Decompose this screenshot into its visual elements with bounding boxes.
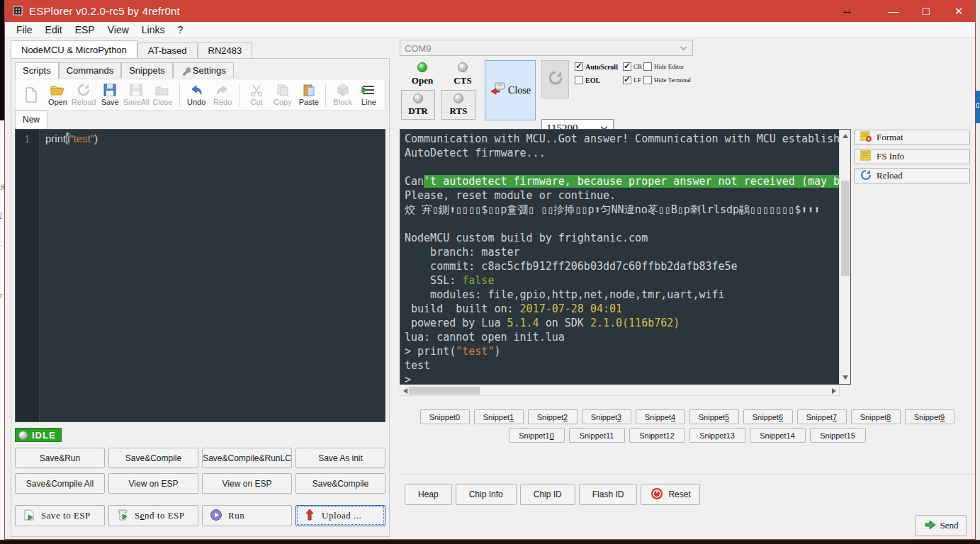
upload-button[interactable]: Upload ... — [295, 505, 385, 526]
cts-indicator: CTS — [446, 62, 480, 86]
chip-id-button[interactable]: Chip ID — [520, 484, 575, 505]
copy-icon — [276, 83, 290, 97]
run-button[interactable]: Run — [202, 505, 292, 526]
esp-actions-row: Save to ESP Send to ESP Run Upload ... — [15, 505, 385, 526]
menu-item[interactable]: ? — [171, 24, 189, 35]
send-to-esp-button[interactable]: Send to ESP — [108, 505, 198, 526]
open-button[interactable]: Open — [45, 83, 71, 106]
reload-button[interactable]: Reload — [71, 83, 97, 106]
reset-button[interactable]: Reset — [641, 484, 699, 505]
tab-file-new[interactable]: New — [15, 110, 47, 129]
rts-button[interactable]: RTS — [441, 90, 475, 120]
autoscroll-checkbox[interactable]: AutoScroll — [575, 62, 618, 71]
flash-id-button[interactable]: Flash ID — [579, 484, 638, 505]
format-button[interactable]: Format — [854, 130, 970, 145]
fs-info-button[interactable]: FS Info — [854, 149, 970, 164]
script-action-button[interactable]: Save&Compile All — [15, 473, 105, 494]
cr-checkbox[interactable]: CR — [623, 62, 642, 71]
scroll-down-icon[interactable] — [843, 375, 848, 380]
scrollbar-thumb[interactable] — [409, 387, 480, 395]
tab-commands[interactable]: Commands — [59, 62, 121, 78]
menu-item[interactable]: Links — [135, 24, 171, 35]
script-action-button[interactable]: Save&Compile — [295, 473, 385, 494]
send-button[interactable]: Send — [915, 515, 967, 536]
reload-fs-button[interactable]: Reload — [854, 168, 970, 183]
serial-terminal[interactable]: Communication with MCU..Got answer! Comm… — [400, 129, 851, 385]
snippet-button[interactable]: Snippet10 — [509, 428, 565, 443]
minimize-button[interactable]: — — [877, 0, 910, 22]
save-button[interactable]: Save — [97, 83, 123, 106]
eol-checkbox[interactable]: EOL — [575, 76, 600, 84]
chip-info-button[interactable]: Chip Info — [456, 484, 517, 505]
cut-button[interactable]: Cut — [243, 83, 269, 106]
snippet-button[interactable]: Snippet2 — [528, 409, 578, 424]
serial-port-select[interactable]: COM9 — [400, 40, 693, 56]
menu-item[interactable]: ESP — [69, 24, 101, 35]
tab-snippets[interactable]: Snippets — [121, 62, 173, 78]
heap-button[interactable]: Heap — [405, 484, 452, 505]
code-editor[interactable]: 1 print("test") — [15, 129, 385, 422]
refresh-ports-button[interactable] — [541, 60, 569, 98]
close-file-button[interactable]: Close — [150, 83, 176, 106]
redo-button[interactable]: Redo — [210, 83, 236, 106]
menu-item[interactable]: View — [101, 24, 135, 35]
snippet-button[interactable]: Snippet0 — [420, 409, 470, 424]
tab-nodemcu-micropython[interactable]: NodeMCU & MicroPython — [11, 40, 137, 58]
snippet-button[interactable]: Snippet5 — [689, 409, 739, 424]
tab-settings[interactable]: Settings — [173, 62, 234, 78]
snippet-button[interactable]: Snippet15 — [810, 428, 866, 443]
paste-button[interactable]: Paste — [295, 83, 322, 106]
block-comment-button[interactable]: Block — [330, 83, 356, 106]
close-button[interactable]: ✕ — [942, 0, 975, 22]
scrollbar-thumb[interactable] — [841, 181, 850, 276]
snippet-button[interactable]: Snippet11 — [569, 428, 625, 443]
line-comment-button[interactable]: Line — [356, 83, 382, 106]
snippet-button[interactable]: Snippet4 — [636, 409, 685, 424]
copy-button[interactable]: Copy — [269, 83, 295, 106]
hide-terminal-checkbox[interactable]: Hide Terminal — [643, 76, 691, 84]
chip-commands-row: Heap Chip Info Chip ID Flash ID Reset — [405, 484, 700, 505]
terminal-horizontal-scrollbar[interactable] — [400, 385, 840, 396]
hide-editor-checkbox[interactable]: Hide Editor — [643, 62, 684, 71]
tab-rn2483[interactable]: RN2483 — [198, 42, 253, 58]
script-action-button[interactable]: Save&Compile — [108, 448, 198, 468]
close-serial-button[interactable]: Close — [485, 60, 536, 120]
menu-item[interactable]: Edit — [39, 24, 69, 35]
open-led-icon — [417, 62, 427, 72]
script-action-button[interactable]: Save As init — [295, 448, 385, 468]
menu-bar: FileEditESPViewLinks? — [5, 22, 975, 38]
scroll-up-icon[interactable] — [843, 134, 848, 138]
snippet-button[interactable]: Snippet7 — [797, 409, 847, 424]
undo-button[interactable]: Undo — [184, 83, 210, 106]
divider — [400, 474, 974, 475]
scroll-right-icon[interactable] — [832, 388, 836, 394]
lf-checkbox[interactable]: LF — [623, 76, 641, 84]
tab-at-based[interactable]: AT-based — [137, 42, 198, 58]
title-bar[interactable]: ESPlorer v0.2.0-rc5 by 4refr0nt ↔ — □ ✕ — [5, 0, 975, 22]
terminal-vertical-scrollbar[interactable] — [839, 130, 850, 384]
script-action-button[interactable]: Save&Run — [15, 448, 105, 468]
snippet-button[interactable]: Snippet9 — [905, 409, 954, 424]
save-to-esp-button[interactable]: Save to ESP — [15, 505, 105, 526]
snippet-button[interactable]: Snippet13 — [689, 428, 745, 443]
tab-scripts[interactable]: Scripts — [15, 62, 59, 79]
snippet-button[interactable]: Snippet3 — [582, 409, 631, 424]
snippet-button[interactable]: Snippet6 — [743, 409, 793, 424]
background-glyph: r — [0, 292, 2, 300]
menu-item[interactable]: File — [10, 24, 39, 35]
scroll-left-icon[interactable] — [403, 388, 407, 394]
power-icon — [650, 487, 664, 503]
terminal-output: Communication with MCU..Got answer! Comm… — [400, 130, 839, 384]
save-all-button[interactable]: SaveAll — [123, 83, 150, 106]
script-action-button[interactable]: Save&Compile&RunLC — [202, 448, 292, 468]
script-action-button[interactable]: View on ESP — [108, 473, 198, 494]
snippet-button[interactable]: Snippet1 — [474, 409, 524, 424]
snippet-button[interactable]: Snippet8 — [851, 409, 901, 424]
dtr-button[interactable]: DTR — [401, 90, 435, 120]
snippet-button[interactable]: Snippet12 — [629, 428, 685, 443]
reload-icon — [77, 83, 91, 97]
new-file-button[interactable] — [18, 86, 45, 104]
script-action-button[interactable]: View on ESP — [202, 473, 292, 494]
maximize-button[interactable]: □ — [910, 0, 942, 22]
snippet-button[interactable]: Snippet14 — [750, 428, 806, 443]
